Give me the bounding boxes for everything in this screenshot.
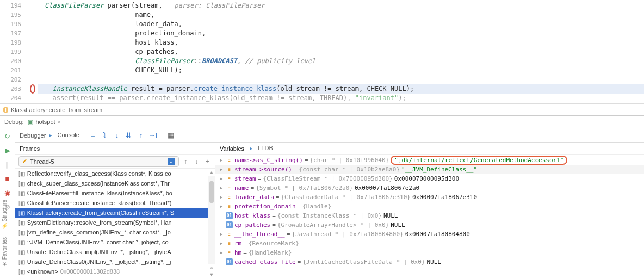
variables-tab-label[interactable]: Variables [220, 145, 244, 152]
highlighted-value: "jdk/internal/reflect/GeneratedMethodAcc… [391, 156, 567, 165]
code-editor[interactable]: 194195196197198199200201202203204 ClassF… [0, 0, 644, 103]
expand-icon[interactable]: ▶ [219, 167, 224, 172]
frame-row[interactable]: [◧KlassFactory::create_from_stream(Class… [15, 208, 208, 218]
variable-row[interactable]: 01 cp_patches = {GrowableArray<Handle> *… [215, 220, 644, 230]
frame-row[interactable]: [◧Reflection::verify_class_access(Klass … [15, 169, 208, 178]
lldb-tab[interactable]: ▸_ LLDB [250, 145, 273, 152]
thread-name: Thread-5 [30, 158, 54, 165]
variables-list[interactable]: ▶≡ name->as_C_string() = {char * | 0x10f… [215, 155, 644, 278]
favorites-side-tab[interactable]: ★ Favorites [0, 233, 9, 271]
code-line[interactable]: instanceKlassHandle result = parser.crea… [38, 84, 644, 94]
frame-row[interactable]: [◧jvm_define_class_common(JNIEnv_*, char… [15, 227, 208, 237]
rerun-icon[interactable]: ↻ [3, 132, 12, 140]
structure-side-tab[interactable]: ⚡ Structure [0, 196, 9, 233]
thread-selector[interactable]: ✓ Thread-5 ⌄ [18, 156, 179, 167]
frame-icon: [◧ [18, 269, 25, 275]
expand-icon[interactable]: ▶ [219, 176, 224, 181]
frame-icon: [◧ [18, 171, 25, 177]
add-thread-icon[interactable]: + [203, 158, 212, 165]
run-config-tab[interactable]: ▣ hotspot × [28, 119, 61, 126]
expand-icon[interactable]: ▶ [219, 186, 224, 190]
frame-row[interactable]: [◧SystemDictionary::resolve_from_stream(… [15, 218, 208, 227]
variable-row[interactable]: ▶≡ name->as_C_string() = {char * | 0x10f… [215, 156, 644, 165]
stop-icon[interactable]: ■ [3, 174, 12, 183]
frame-icon: [◧ [18, 220, 25, 226]
scroll-up-icon[interactable]: ▲ [208, 169, 215, 176]
scroll-infinity-icon[interactable]: ∞ [208, 264, 215, 271]
variable-row[interactable]: 01 host_klass = {const InstanceKlass * |… [215, 211, 644, 220]
pause-icon[interactable]: ∥ [3, 160, 12, 169]
check-icon: ✓ [22, 158, 27, 165]
step-out-icon[interactable]: ↑ [137, 131, 145, 140]
show-exec-point-icon[interactable]: ≡ [89, 131, 97, 140]
run-config-name: hotspot [35, 119, 55, 125]
frame-row[interactable]: [◧Unsafe_DefineClass0(JNIEnv_*, _jobject… [15, 257, 208, 267]
code-line[interactable] [38, 75, 644, 84]
code-line[interactable]: host_klass, [38, 38, 644, 47]
frame-row[interactable]: [◧::JVM_DefineClass(JNIEnv *, const char… [15, 237, 208, 247]
frames-panel: Frames ✓ Thread-5 ⌄ ↑ ↓ + [◧Reflection::… [15, 143, 215, 278]
frame-row[interactable]: [◧check_super_class_access(InstanceKlass… [15, 178, 208, 188]
stack-badge-icon: ≡ [226, 166, 233, 173]
stack-badge-icon: ≡ [226, 231, 233, 238]
frame-icon: [◧ [18, 181, 25, 187]
breadcrumb-text[interactable]: KlassFactory::create_from_stream [11, 107, 102, 113]
prev-frame-icon[interactable]: ↑ [181, 158, 190, 165]
num-badge-icon: 01 [226, 258, 233, 265]
frames-tab-label[interactable]: Frames [20, 145, 40, 152]
dropdown-icon[interactable]: ⌄ [168, 158, 175, 165]
code-line[interactable]: protection_domain, [38, 29, 644, 38]
frame-icon: [◧ [18, 239, 25, 245]
variable-row[interactable]: ▶≡ __the_thread__ = {JavaThread * | 0x7f… [215, 230, 644, 239]
variable-row[interactable]: ▶≡ protection_domain = {Handle} [215, 202, 644, 211]
frame-icon: [◧ [18, 210, 25, 216]
code-line[interactable]: assert(result == parser.create_instance_… [38, 94, 644, 103]
breakpoint-gutter[interactable] [27, 0, 38, 103]
frame-row[interactable]: [◧ClassFileParser::fill_instance_klass(I… [15, 188, 208, 198]
expand-icon[interactable]: ▶ [219, 204, 224, 209]
frame-row[interactable]: [◧Unsafe_DefineClass_impl(JNIEnv_*, _jst… [15, 247, 208, 257]
code-line[interactable]: name, [38, 10, 644, 20]
frames-list[interactable]: [◧Reflection::verify_class_access(Klass … [15, 169, 208, 278]
scroll-thumb[interactable] [209, 181, 214, 203]
code-line[interactable]: ClassFileParser parser(stream, parser: C… [38, 1, 644, 10]
stack-badge-icon: ≡ [226, 157, 233, 164]
scroll-down-icon[interactable]: ▼ [208, 271, 215, 278]
variable-row[interactable]: ▶≡ stream->source() = {const char * | 0x… [215, 165, 644, 174]
expand-icon[interactable]: ▶ [219, 232, 224, 237]
variable-row[interactable]: ▶≡ loader_data = {ClassLoaderData * | 0x… [215, 193, 644, 202]
variable-row[interactable]: ▶≡ hm = {HandleMark} [215, 248, 644, 257]
variable-row[interactable]: ▶≡ stream = {ClassFileStream * | 0x70000… [215, 174, 644, 183]
code-line[interactable]: loader_data, [38, 20, 644, 29]
expand-icon[interactable]: ▶ [219, 250, 224, 255]
code-line[interactable]: cp_patches, [38, 47, 644, 57]
expand-icon[interactable]: ▶ [219, 195, 224, 200]
step-into-icon[interactable]: ↓ [113, 131, 121, 140]
debugger-tab[interactable]: Debugger [20, 132, 46, 139]
stack-badge-icon: ≡ [226, 184, 233, 191]
line-gutter: 194195196197198199200201202203204 [0, 0, 27, 103]
debug-tool-window-header[interactable]: Debug: ▣ hotspot × [0, 115, 644, 128]
breadcrumb-bar[interactable]: f KlassFactory::create_from_stream [0, 103, 644, 115]
frame-row[interactable]: [◧ClassFileParser::create_instance_klass… [15, 198, 208, 208]
frames-scrollbar[interactable]: ▲ ∞ ▼ [208, 169, 215, 278]
variable-row[interactable]: ▶≡ rm = {ResourceMark} [215, 239, 644, 248]
evaluate-icon[interactable]: ▦ [166, 131, 175, 140]
code-area[interactable]: ClassFileParser parser(stream, parser: C… [38, 0, 644, 103]
variable-row[interactable]: ▶≡ name = {Symbol * | 0x7fa18067e2a0} 0x… [215, 183, 644, 193]
console-tab[interactable]: ▸_ Console [49, 132, 79, 139]
code-line[interactable]: ClassFileParser::BROADCAST, // publicity… [38, 57, 644, 66]
code-line[interactable]: CHECK_NULL); [38, 66, 644, 75]
force-step-into-icon[interactable]: ⇊ [125, 131, 133, 140]
next-frame-icon[interactable]: ↓ [192, 158, 201, 165]
expand-icon[interactable]: ▶ [219, 158, 224, 163]
resume-icon[interactable]: ▶ [3, 146, 12, 155]
step-over-icon[interactable]: ⤵ [101, 131, 109, 140]
run-to-cursor-icon[interactable]: →I [148, 131, 157, 140]
frame-icon: [◧ [18, 190, 25, 196]
frame-row[interactable]: [◧<unknown> 0x000000011302d838 [15, 267, 208, 276]
breakpoint-icon[interactable] [30, 84, 35, 94]
variable-row[interactable]: 01 cached_class_file = {JvmtiCachedClass… [215, 257, 644, 267]
close-icon[interactable]: × [58, 119, 61, 125]
expand-icon[interactable]: ▶ [219, 241, 224, 246]
